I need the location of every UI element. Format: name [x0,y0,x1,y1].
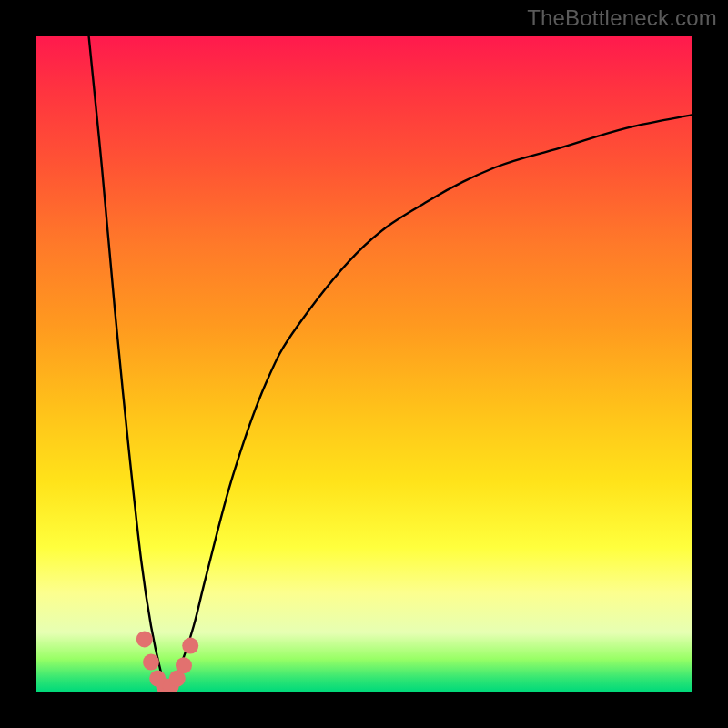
chart-frame: TheBottleneck.com [0,0,728,728]
watermark-text: TheBottleneck.com [527,5,717,31]
dip-dot [182,638,198,654]
curve-right-branch [167,115,692,692]
curve-layer [36,36,692,692]
dip-dot [143,654,159,671]
plot-area [36,36,692,692]
curve-left-branch [89,36,167,692]
dip-dot [136,631,153,647]
dip-dot [176,657,192,673]
